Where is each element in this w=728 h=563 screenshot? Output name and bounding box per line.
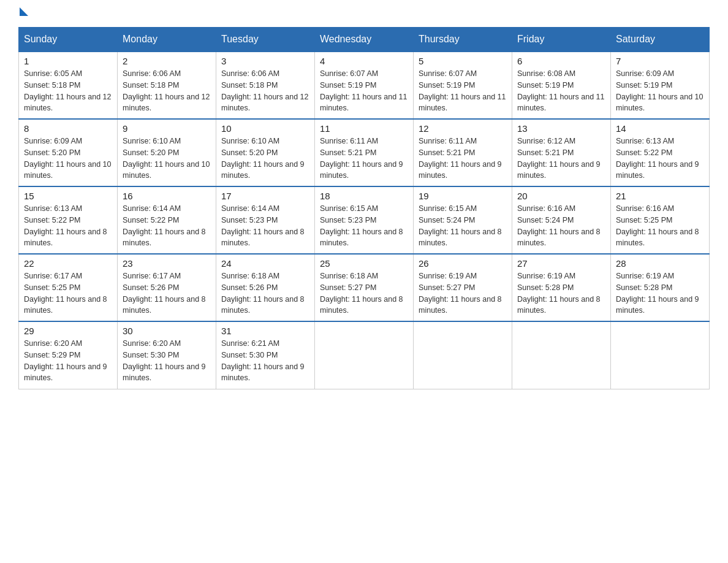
calendar-cell (611, 321, 710, 389)
calendar-cell: 12Sunrise: 6:11 AMSunset: 5:21 PMDayligh… (414, 119, 512, 186)
day-number: 1 (24, 56, 112, 66)
calendar-cell: 23Sunrise: 6:17 AMSunset: 5:26 PMDayligh… (118, 254, 216, 321)
calendar-cell (315, 321, 414, 389)
day-number: 20 (517, 191, 605, 201)
day-info: Sunrise: 6:10 AMSunset: 5:20 PMDaylight:… (221, 136, 309, 182)
day-info: Sunrise: 6:16 AMSunset: 5:25 PMDaylight:… (616, 203, 704, 249)
calendar-cell: 17Sunrise: 6:14 AMSunset: 5:23 PMDayligh… (216, 186, 315, 254)
calendar-cell: 27Sunrise: 6:19 AMSunset: 5:28 PMDayligh… (512, 254, 611, 321)
day-number: 16 (123, 191, 211, 201)
calendar-week-row: 29Sunrise: 6:20 AMSunset: 5:29 PMDayligh… (19, 321, 710, 389)
day-info: Sunrise: 6:21 AMSunset: 5:30 PMDaylight:… (221, 338, 309, 384)
day-info: Sunrise: 6:18 AMSunset: 5:26 PMDaylight:… (221, 270, 309, 316)
day-info: Sunrise: 6:16 AMSunset: 5:24 PMDaylight:… (517, 203, 605, 249)
calendar-cell: 1Sunrise: 6:05 AMSunset: 5:18 PMDaylight… (19, 52, 118, 119)
day-number: 8 (24, 123, 112, 134)
calendar-week-row: 8Sunrise: 6:09 AMSunset: 5:20 PMDaylight… (19, 119, 710, 186)
day-info: Sunrise: 6:15 AMSunset: 5:24 PMDaylight:… (419, 203, 507, 249)
day-info: Sunrise: 6:08 AMSunset: 5:19 PMDaylight:… (517, 68, 605, 114)
calendar-cell: 31Sunrise: 6:21 AMSunset: 5:30 PMDayligh… (216, 321, 315, 389)
page-header (18, 12, 710, 15)
day-number: 6 (517, 56, 605, 66)
day-info: Sunrise: 6:15 AMSunset: 5:23 PMDaylight:… (320, 203, 408, 249)
day-number: 9 (123, 123, 211, 134)
day-info: Sunrise: 6:13 AMSunset: 5:22 PMDaylight:… (24, 203, 112, 249)
calendar-cell (414, 321, 512, 389)
calendar-week-row: 22Sunrise: 6:17 AMSunset: 5:25 PMDayligh… (19, 254, 710, 321)
day-number: 30 (123, 326, 211, 336)
day-info: Sunrise: 6:19 AMSunset: 5:28 PMDaylight:… (517, 270, 605, 316)
day-number: 2 (123, 56, 211, 66)
logo (18, 12, 28, 13)
calendar-cell: 2Sunrise: 6:06 AMSunset: 5:18 PMDaylight… (118, 52, 216, 119)
calendar-header-row: SundayMondayTuesdayWednesdayThursdayFrid… (19, 28, 710, 52)
calendar-cell: 13Sunrise: 6:12 AMSunset: 5:21 PMDayligh… (512, 119, 611, 186)
day-info: Sunrise: 6:06 AMSunset: 5:18 PMDaylight:… (123, 68, 211, 114)
calendar-cell: 8Sunrise: 6:09 AMSunset: 5:20 PMDaylight… (19, 119, 118, 186)
day-number: 13 (517, 123, 605, 134)
day-info: Sunrise: 6:14 AMSunset: 5:22 PMDaylight:… (123, 203, 211, 249)
calendar-cell: 3Sunrise: 6:06 AMSunset: 5:18 PMDaylight… (216, 52, 315, 119)
day-info: Sunrise: 6:18 AMSunset: 5:27 PMDaylight:… (320, 270, 408, 316)
day-info: Sunrise: 6:07 AMSunset: 5:19 PMDaylight:… (320, 68, 408, 114)
day-info: Sunrise: 6:07 AMSunset: 5:19 PMDaylight:… (419, 68, 507, 114)
day-info: Sunrise: 6:11 AMSunset: 5:21 PMDaylight:… (419, 136, 507, 182)
calendar-header-thursday: Thursday (414, 28, 512, 52)
day-info: Sunrise: 6:09 AMSunset: 5:20 PMDaylight:… (24, 136, 112, 182)
day-number: 5 (419, 56, 507, 66)
calendar-cell: 14Sunrise: 6:13 AMSunset: 5:22 PMDayligh… (611, 119, 710, 186)
calendar-cell: 11Sunrise: 6:11 AMSunset: 5:21 PMDayligh… (315, 119, 414, 186)
day-info: Sunrise: 6:11 AMSunset: 5:21 PMDaylight:… (320, 136, 408, 182)
day-info: Sunrise: 6:19 AMSunset: 5:27 PMDaylight:… (419, 270, 507, 316)
day-number: 18 (320, 191, 408, 201)
day-number: 21 (616, 191, 704, 201)
day-info: Sunrise: 6:12 AMSunset: 5:21 PMDaylight:… (517, 136, 605, 182)
calendar-cell: 10Sunrise: 6:10 AMSunset: 5:20 PMDayligh… (216, 119, 315, 186)
calendar-cell: 26Sunrise: 6:19 AMSunset: 5:27 PMDayligh… (414, 254, 512, 321)
day-number: 15 (24, 191, 112, 201)
day-number: 23 (123, 258, 211, 269)
day-number: 26 (419, 258, 507, 269)
calendar-cell (512, 321, 611, 389)
day-number: 24 (221, 258, 309, 269)
calendar-cell: 25Sunrise: 6:18 AMSunset: 5:27 PMDayligh… (315, 254, 414, 321)
day-info: Sunrise: 6:19 AMSunset: 5:28 PMDaylight:… (616, 270, 704, 316)
day-number: 28 (616, 258, 704, 269)
calendar-cell: 18Sunrise: 6:15 AMSunset: 5:23 PMDayligh… (315, 186, 414, 254)
day-number: 19 (419, 191, 507, 201)
day-info: Sunrise: 6:20 AMSunset: 5:30 PMDaylight:… (123, 338, 211, 384)
calendar-cell: 9Sunrise: 6:10 AMSunset: 5:20 PMDaylight… (118, 119, 216, 186)
calendar-cell: 29Sunrise: 6:20 AMSunset: 5:29 PMDayligh… (19, 321, 118, 389)
calendar-cell: 6Sunrise: 6:08 AMSunset: 5:19 PMDaylight… (512, 52, 611, 119)
calendar-header-sunday: Sunday (19, 28, 118, 52)
day-number: 29 (24, 326, 112, 336)
day-info: Sunrise: 6:17 AMSunset: 5:26 PMDaylight:… (123, 270, 211, 316)
calendar-cell: 16Sunrise: 6:14 AMSunset: 5:22 PMDayligh… (118, 186, 216, 254)
calendar-cell: 22Sunrise: 6:17 AMSunset: 5:25 PMDayligh… (19, 254, 118, 321)
calendar-header-saturday: Saturday (611, 28, 710, 52)
calendar-header-friday: Friday (512, 28, 611, 52)
calendar-cell: 24Sunrise: 6:18 AMSunset: 5:26 PMDayligh… (216, 254, 315, 321)
day-info: Sunrise: 6:17 AMSunset: 5:25 PMDaylight:… (24, 270, 112, 316)
calendar-table: SundayMondayTuesdayWednesdayThursdayFrid… (18, 27, 710, 389)
calendar-header-wednesday: Wednesday (315, 28, 414, 52)
calendar-cell: 30Sunrise: 6:20 AMSunset: 5:30 PMDayligh… (118, 321, 216, 389)
calendar-cell: 21Sunrise: 6:16 AMSunset: 5:25 PMDayligh… (611, 186, 710, 254)
day-info: Sunrise: 6:13 AMSunset: 5:22 PMDaylight:… (616, 136, 704, 182)
day-number: 14 (616, 123, 704, 134)
calendar-header-tuesday: Tuesday (216, 28, 315, 52)
day-number: 4 (320, 56, 408, 66)
day-info: Sunrise: 6:20 AMSunset: 5:29 PMDaylight:… (24, 338, 112, 384)
calendar-cell: 19Sunrise: 6:15 AMSunset: 5:24 PMDayligh… (414, 186, 512, 254)
calendar-cell: 20Sunrise: 6:16 AMSunset: 5:24 PMDayligh… (512, 186, 611, 254)
day-number: 17 (221, 191, 309, 201)
day-number: 22 (24, 258, 112, 269)
calendar-cell: 5Sunrise: 6:07 AMSunset: 5:19 PMDaylight… (414, 52, 512, 119)
calendar-cell: 4Sunrise: 6:07 AMSunset: 5:19 PMDaylight… (315, 52, 414, 119)
calendar-header-monday: Monday (118, 28, 216, 52)
calendar-cell: 28Sunrise: 6:19 AMSunset: 5:28 PMDayligh… (611, 254, 710, 321)
calendar-cell: 15Sunrise: 6:13 AMSunset: 5:22 PMDayligh… (19, 186, 118, 254)
logo-text (18, 12, 28, 16)
day-number: 31 (221, 326, 309, 336)
day-number: 7 (616, 56, 704, 66)
